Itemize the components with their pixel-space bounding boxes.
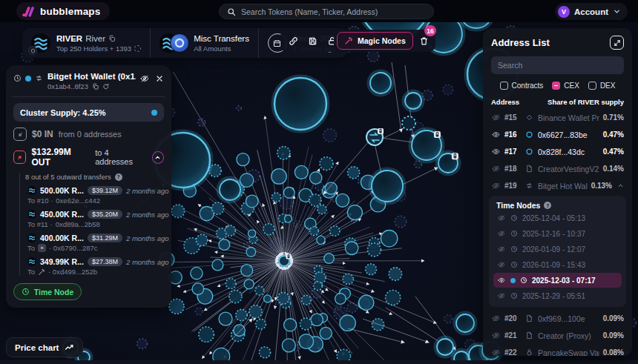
address-name: PancakeSwap Vault ...: [538, 348, 599, 357]
hide-node-icon[interactable]: [140, 74, 149, 83]
wallet-address: 0x1ab4..8f23: [47, 82, 88, 90]
inflow-row[interactable]: $0 IN from 0 addresses: [13, 128, 164, 141]
table-row[interactable]: #15Binance Wallet Prox...0.71%: [483, 109, 632, 126]
outflow-row[interactable]: $132.99M OUT to 4 addresses: [13, 147, 164, 168]
transfer-item[interactable]: 450.00K R...$35.20M2 months agoTo #11 ·0…: [27, 210, 164, 228]
eye-off-icon[interactable]: [491, 113, 501, 122]
bubblemaps-logo[interactable]: bubblemaps: [16, 2, 110, 20]
magic-nodes-label: Magic Nodes: [358, 36, 406, 45]
inflow-icon: [13, 128, 27, 141]
copy-address-icon[interactable]: [92, 83, 99, 90]
time-node-row[interactable]: 2026-01-09 - 12:07: [493, 242, 622, 257]
token-selector[interactable]: RIVERRiver Top 250 Holders + 1393: [22, 28, 150, 58]
share-value: 0.47%: [603, 130, 624, 139]
table-row[interactable]: #21Creator (Proxy)0.09%: [483, 327, 632, 344]
in-amount: $0 IN: [32, 129, 53, 139]
wallet-detail-panel: Bitget Hot Wallet (0x1... 0x1ab4..8f23 C…: [6, 65, 171, 308]
time-node-row[interactable]: 2025-12-04 - 05:13: [493, 211, 622, 225]
time-node-button[interactable]: Time Node: [13, 283, 82, 300]
eye-off-icon[interactable]: [497, 214, 506, 222]
table-row[interactable]: #170x828f...43dc0.47%: [483, 143, 632, 160]
eye-off-icon[interactable]: [491, 331, 501, 340]
transfer-amount: 400.00K R...: [40, 234, 84, 242]
eye-off-icon[interactable]: [497, 292, 506, 300]
address-search-input[interactable]: [491, 61, 624, 70]
help-icon[interactable]: ?: [544, 202, 551, 209]
share-value: 0.71%: [603, 113, 624, 122]
out-amount: $132.99M OUT: [31, 147, 90, 168]
account-menu[interactable]: V Account: [555, 3, 628, 20]
eye-off-icon[interactable]: [491, 314, 501, 322]
transfer-time: 2 months ago: [126, 187, 169, 195]
transfers-header: 8 out of 5 outward transfers: [25, 173, 111, 181]
eye-off-icon[interactable]: [491, 182, 501, 190]
close-icon[interactable]: [155, 74, 164, 83]
share-value: 0.08%: [603, 348, 624, 356]
clock-icon: [510, 261, 518, 268]
transfer-destination: To #10 ·0xe62e...c442: [27, 196, 164, 205]
time-node-timestamp: 2025-12-29 - 05:51: [522, 292, 585, 300]
eye-icon[interactable]: [491, 148, 501, 156]
address-rank: #16: [504, 130, 521, 139]
filter-contracts[interactable]: Contracts: [500, 82, 544, 90]
file-icon: [524, 331, 534, 340]
refresh-icon[interactable]: [102, 83, 110, 90]
address-name: 0xf969...100e: [538, 314, 599, 323]
table-row[interactable]: #18CreatorVestingV20.14%: [483, 160, 632, 177]
token-coin-icon: [27, 186, 36, 195]
misc-transfers-icon: [160, 33, 188, 53]
trash-button[interactable]: 16: [416, 33, 433, 49]
share-value: 0.09%: [603, 314, 624, 322]
eye-off-icon[interactable]: [497, 230, 506, 237]
help-icon[interactable]: ?: [115, 173, 122, 181]
out-detail: to 4 addresses: [95, 148, 146, 166]
expand-panel-button[interactable]: [610, 36, 624, 50]
filter-dex[interactable]: DEX: [588, 82, 616, 90]
token-search-input[interactable]: [241, 7, 426, 16]
transfer-usd-badge: $35.20M: [88, 210, 122, 219]
checkbox-icon: [552, 82, 560, 90]
cluster-color-dot: [151, 110, 157, 116]
transfer-item[interactable]: 400.00K R...$31.29M2 months agoTo+· 0x67…: [27, 234, 164, 252]
clock-icon: [510, 214, 518, 222]
eye-off-icon[interactable]: [491, 348, 501, 356]
column-address: Address: [491, 98, 519, 106]
cluster-supply-pill[interactable]: Cluster Supply: 4.25%: [13, 103, 164, 122]
time-node-label: Time Node: [34, 288, 73, 297]
time-node-row[interactable]: 2025-12-29 - 05:51: [493, 288, 622, 303]
transfer-item[interactable]: 500.00K R...$39.12M2 months agoTo #10 ·0…: [27, 186, 164, 205]
magic-nodes-button[interactable]: Magic Nodes: [337, 32, 413, 50]
time-nodes-box: Time Nodes?2025-12-04 - 05:132025-12-16 …: [489, 196, 626, 307]
price-chart-button[interactable]: Price chart: [6, 337, 83, 357]
time-node-timestamp: 2025-12-04 - 05:13: [522, 214, 585, 222]
clock-icon: [510, 245, 518, 253]
collapse-transfers-button[interactable]: [152, 151, 164, 164]
token-search[interactable]: [219, 4, 434, 19]
transfer-item[interactable]: 349.99K R...$27.38M2 months agoTo· 0xd49…: [27, 257, 164, 276]
loading-spinner-icon: [134, 45, 141, 52]
chevron-up-icon[interactable]: [617, 182, 624, 189]
transfers-mode-selector[interactable]: Misc Transfers All Amounts: [150, 28, 258, 58]
eye-icon[interactable]: [497, 277, 506, 284]
time-node-row[interactable]: 2025-12-16 - 10:37: [493, 226, 622, 241]
time-node-row[interactable]: 2026-01-09 - 15:43: [493, 257, 622, 272]
share-link-button[interactable]: [285, 33, 301, 49]
transfer-usd-badge: $27.38M: [88, 257, 122, 266]
filter-cex[interactable]: CEX: [552, 82, 579, 90]
address-search[interactable]: [491, 56, 624, 74]
add-node-icon[interactable]: +: [38, 244, 46, 252]
eye-off-icon[interactable]: [497, 261, 506, 268]
table-row[interactable]: #22PancakeSwap Vault ...0.08%: [483, 344, 632, 356]
copy-icon[interactable]: [108, 35, 116, 42]
eye-off-icon[interactable]: [497, 245, 506, 253]
eye-icon[interactable]: [491, 130, 501, 139]
price-chart-label: Price chart: [15, 343, 59, 352]
eye-off-icon[interactable]: [491, 165, 501, 173]
save-button[interactable]: [304, 33, 320, 49]
table-row[interactable]: #200xf969...100e0.09%: [483, 310, 632, 327]
address-rows: #15Binance Wallet Prox...0.71%#160x6627.…: [483, 109, 632, 356]
table-row[interactable]: #160x6627...83be0.47%: [483, 126, 632, 143]
column-share: Share of RIVER supply: [547, 98, 624, 106]
time-node-row[interactable]: 2025-12-03 - 07:17: [493, 273, 622, 288]
table-row[interactable]: #19Bitget Hot Wall...0.13%: [483, 177, 632, 194]
